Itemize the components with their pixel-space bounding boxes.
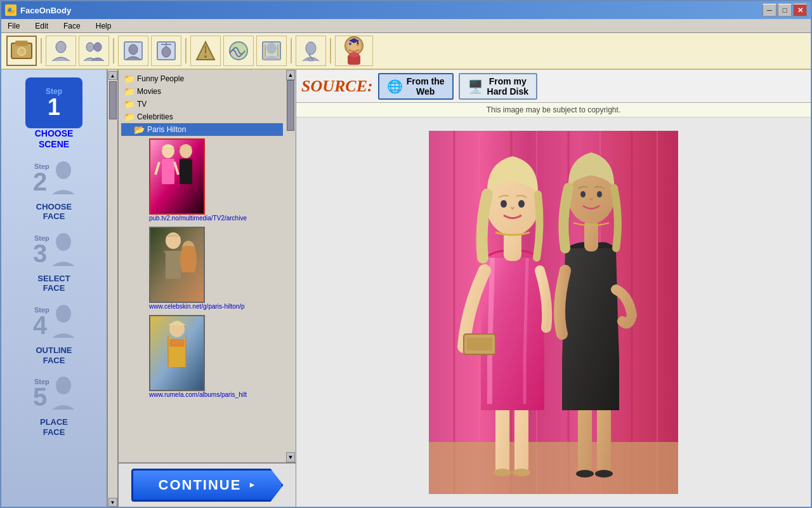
- step-3[interactable]: Step 3 SELECTFACE: [29, 227, 79, 296]
- toolbar-icon-8[interactable]: [296, 36, 326, 66]
- main-content-area: Step 1 CHOOSESCENE Step 2: [1, 70, 811, 507]
- step-3-label: SELECTFACE: [37, 274, 70, 293]
- toolbar-icon-1[interactable]: [46, 36, 76, 66]
- toolbar-icon-3[interactable]: [118, 36, 148, 66]
- svg-point-6: [94, 43, 102, 51]
- toolbar-sep-4: [291, 38, 292, 64]
- minimize-button[interactable]: ─: [763, 4, 776, 17]
- svg-point-30: [357, 44, 359, 46]
- source-bar: SOURCE: 🌐 From theWeb 🖥️ From myHard Dis…: [296, 70, 811, 103]
- step-4-label: OUTLINEFACE: [36, 345, 72, 365]
- menu-edit[interactable]: Edit: [32, 21, 51, 31]
- step-2[interactable]: Step 2 CHOOSEFACE: [29, 155, 79, 224]
- disk-icon: 🖥️: [468, 79, 483, 94]
- continue-button[interactable]: CONTINUE: [131, 469, 284, 502]
- tree-item-movies[interactable]: 📁 Movies: [121, 85, 283, 98]
- web-icon: 🌐: [387, 79, 403, 94]
- copyright-notice: This image may be subject to copyright.: [296, 103, 811, 117]
- svg-point-21: [307, 58, 315, 62]
- svg-point-8: [129, 44, 138, 55]
- title-bar: 🎭 FaceOnBody ─ □ ✕: [1, 1, 811, 19]
- left-panel: Step 1 CHOOSESCENE Step 2: [1, 70, 119, 507]
- toolbar-icon-4[interactable]: [151, 36, 181, 66]
- tree-item-paris-hilton[interactable]: 📂 Paris Hilton: [121, 123, 283, 136]
- from-disk-button[interactable]: 🖥️ From myHard Disk: [459, 73, 537, 100]
- svg-marker-59: [250, 483, 254, 487]
- image-display: [296, 117, 811, 507]
- svg-rect-43: [150, 140, 204, 213]
- toolbar-icon-0[interactable]: [6, 36, 37, 66]
- svg-point-4: [56, 41, 66, 53]
- svg-text:3: 3: [33, 239, 47, 267]
- thumbnail-2[interactable]: www.celebskin.net/g/paris-hilton/p: [124, 227, 280, 310]
- step-3-icon: Step 3: [32, 229, 76, 274]
- menu-face[interactable]: Face: [61, 21, 83, 31]
- app-icon: 🎭: [5, 4, 16, 16]
- source-label: SOURCE:: [301, 77, 373, 96]
- svg-text:2: 2: [33, 168, 47, 196]
- window-controls: ─ □ ✕: [763, 4, 807, 17]
- steps-scrollbar: ▲ ▼: [108, 70, 118, 507]
- svg-point-19: [306, 42, 316, 55]
- tree-content: 📁 Funny People 📁 Movies 📁 TV 📁 Celebriti…: [119, 70, 285, 462]
- step-2-label: CHOOSEFACE: [36, 202, 72, 222]
- toolbar-sep-3: [185, 38, 187, 64]
- thumbnail-1[interactable]: pub.tv2.no/multimedia/TV2/archive: [124, 138, 280, 222]
- tree-item-funny-people[interactable]: 📁 Funny People: [121, 72, 283, 85]
- tree-item-celebrities[interactable]: 📁 Celebrities: [121, 110, 283, 123]
- svg-point-10: [162, 47, 171, 57]
- steps-scroll-down[interactable]: ▼: [108, 498, 117, 507]
- tree-item-tv[interactable]: 📁 TV: [121, 98, 283, 110]
- menu-help[interactable]: Help: [93, 21, 114, 31]
- tree-scroll-thumb[interactable]: [287, 80, 294, 131]
- close-button[interactable]: ✕: [793, 4, 807, 17]
- thumbnail-grid: pub.tv2.no/multimedia/TV2/archive: [121, 136, 283, 401]
- step-4-icon: Step 4: [32, 301, 76, 345]
- maximize-button[interactable]: □: [778, 4, 792, 17]
- thumb-img-2[interactable]: [149, 227, 205, 303]
- svg-point-24: [349, 43, 351, 45]
- step-5-icon: Step 5: [32, 373, 76, 417]
- steps-panel: Step 1 CHOOSESCENE Step 2: [1, 70, 108, 507]
- toolbar-icon-7[interactable]: [256, 36, 287, 66]
- svg-rect-1: [15, 41, 28, 46]
- svg-rect-47: [180, 159, 192, 184]
- content-panel: SOURCE: 🌐 From theWeb 🖥️ From myHard Dis…: [296, 70, 811, 507]
- toolbar-icon-2[interactable]: [79, 36, 109, 66]
- step-5-label: PLACEFACE: [40, 417, 68, 437]
- step-1-label: CHOOSESCENE: [35, 128, 74, 150]
- svg-point-3: [18, 48, 25, 55]
- thumbnail-3[interactable]: www.rumela.com/albums/paris_hilt: [124, 315, 280, 398]
- tree-scroll-up[interactable]: ▲: [286, 70, 295, 80]
- step-5[interactable]: Step 5 PLACEFACE: [29, 370, 79, 439]
- svg-rect-52: [166, 251, 181, 279]
- tree-panel-wrapper: 📁 Funny People 📁 Movies 📁 TV 📁 Celebriti…: [119, 70, 296, 507]
- thumb-img-1[interactable]: [149, 138, 205, 215]
- svg-rect-88: [429, 131, 678, 494]
- menu-bar: File Edit Face Help: [1, 19, 811, 33]
- steps-scroll-up[interactable]: ▲: [108, 71, 117, 80]
- toolbar-sep-2: [113, 38, 114, 64]
- thumb-img-3[interactable]: [149, 315, 205, 391]
- toolbar-sep-1: [41, 38, 42, 64]
- from-web-button[interactable]: 🌐 From theWeb: [378, 73, 454, 100]
- step-1[interactable]: Step 1 CHOOSESCENE: [23, 75, 85, 152]
- main-window: 🎭 FaceOnBody ─ □ ✕ File Edit Face Help: [0, 0, 812, 508]
- tree-scrollbar: ▲ ▼: [285, 70, 296, 462]
- svg-text:5: 5: [33, 383, 47, 411]
- menu-file[interactable]: File: [5, 21, 22, 31]
- toolbar-icon-5[interactable]: [190, 36, 221, 66]
- step-4[interactable]: Step 4 OUTLINEFACE: [29, 298, 79, 368]
- svg-point-13: [204, 55, 207, 58]
- svg-point-27: [349, 52, 359, 57]
- tree-scroll-down[interactable]: ▼: [286, 452, 295, 462]
- toolbar-icon-char[interactable]: [335, 36, 373, 66]
- svg-point-42: [56, 377, 71, 394]
- tree-with-scroll: 📁 Funny People 📁 Movies 📁 TV 📁 Celebriti…: [119, 70, 296, 462]
- svg-text:4: 4: [33, 311, 48, 339]
- svg-point-16: [266, 43, 277, 54]
- toolbar-icon-6[interactable]: [223, 36, 254, 66]
- continue-bar: CONTINUE: [119, 462, 296, 507]
- disk-btn-label: From myHard Disk: [487, 76, 528, 97]
- steps-scroll-thumb[interactable]: [109, 81, 117, 119]
